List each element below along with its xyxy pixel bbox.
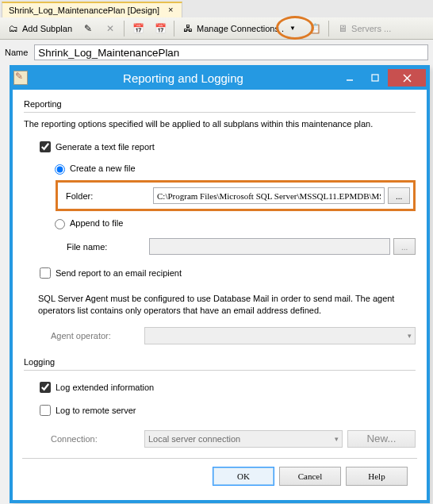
dialog-title: Reporting and Logging (29, 71, 337, 85)
dialog-titlebar: Reporting and Logging (10, 66, 429, 90)
servers-icon: 🖥 (336, 22, 349, 35)
separator (328, 21, 329, 37)
filename-input (149, 238, 390, 255)
delete-subplan-button: ✕ (100, 20, 121, 37)
log-remote-label: Log to remote server (56, 406, 136, 415)
divider (24, 370, 416, 371)
generate-report-checkbox[interactable] (40, 141, 51, 152)
ok-button[interactable]: OK (213, 467, 274, 486)
report-icon: 📋 (308, 22, 321, 35)
edit-subplan-button[interactable]: ✎ (78, 20, 98, 37)
calendar-button[interactable]: 📅 (128, 20, 148, 37)
pencil-icon: ✎ (82, 22, 94, 35)
tab-title: Shrink_Log_MaintenancePlan [Design] (9, 6, 159, 15)
filename-browse-button: ... (393, 238, 416, 255)
connection-value: Local server connection (148, 434, 240, 444)
create-new-file-label: Create a new file (70, 164, 136, 173)
minimize-button[interactable] (337, 69, 362, 87)
subplan-icon: 🗂 (7, 22, 20, 35)
toolbar: 🗂 Add Subplan ✎ ✕ 📅 📅 🖧 Manage Connectio… (0, 17, 433, 40)
remove-schedule-button: 📅 (150, 20, 171, 37)
servers-button: 🖥 Servers ... (332, 20, 395, 37)
remove-schedule-icon: 📅 (154, 22, 167, 35)
manage-connections-button[interactable]: 🖧 Manage Connections . ▼ (178, 20, 303, 37)
agent-operator-combo (144, 327, 416, 344)
logging-section-label: Logging (24, 357, 416, 367)
append-to-file-label: Append to file (70, 218, 123, 228)
send-email-label: Send report to an email recipient (56, 268, 182, 278)
folder-label: Folder: (66, 191, 153, 201)
close-button[interactable] (388, 69, 426, 87)
dialog-icon (13, 71, 28, 85)
log-extended-checkbox[interactable] (40, 382, 51, 393)
chevron-down-icon: ▼ (286, 22, 299, 35)
name-row: Name (0, 40, 433, 65)
filename-label: File name: (67, 242, 149, 252)
separator (174, 21, 174, 37)
send-email-checkbox[interactable] (40, 267, 51, 279)
svg-rect-1 (372, 75, 378, 81)
add-subplan-label: Add Subplan (22, 24, 72, 33)
maximize-button[interactable] (362, 69, 388, 87)
new-connection-button: New... (347, 430, 416, 448)
log-remote-checkbox[interactable] (40, 405, 51, 416)
folder-highlight-box: Folder: ... (56, 180, 416, 211)
agent-operator-label: Agent operator: (51, 331, 144, 340)
append-to-file-radio[interactable] (55, 219, 65, 229)
calendar-icon: 📅 (132, 22, 144, 35)
add-subplan-button[interactable]: 🗂 Add Subplan (3, 20, 76, 37)
connection-combo: Local server connection (144, 430, 343, 448)
connections-icon: 🖧 (182, 22, 194, 35)
reporting-description: The reporting options specified will be … (24, 119, 416, 129)
manage-connections-label: Manage Connections . (197, 24, 284, 33)
separator (124, 21, 125, 37)
reporting-button[interactable]: 📋 (305, 20, 325, 37)
plan-name-input[interactable] (34, 44, 428, 60)
delete-icon: ✕ (104, 22, 117, 35)
folder-browse-button[interactable]: ... (388, 187, 410, 204)
folder-input[interactable] (153, 187, 385, 204)
servers-label: Servers ... (351, 24, 391, 33)
generate-report-label: Generate a text file report (56, 142, 155, 152)
help-button[interactable]: Help (346, 467, 408, 486)
divider (24, 112, 416, 113)
reporting-dialog: Reporting and Logging Reporting The repo… (10, 65, 430, 503)
connection-label: Connection: (51, 434, 144, 444)
agent-note: SQL Server Agent must be configured to u… (38, 293, 411, 317)
cancel-button[interactable]: Cancel (279, 467, 341, 486)
log-extended-label: Log extended information (56, 383, 154, 392)
create-new-file-radio[interactable] (55, 164, 65, 175)
design-tab[interactable]: Shrink_Log_MaintenancePlan [Design] × (2, 2, 182, 17)
name-label: Name (5, 48, 28, 57)
close-icon[interactable]: × (166, 6, 175, 15)
reporting-section-label: Reporting (24, 99, 416, 109)
